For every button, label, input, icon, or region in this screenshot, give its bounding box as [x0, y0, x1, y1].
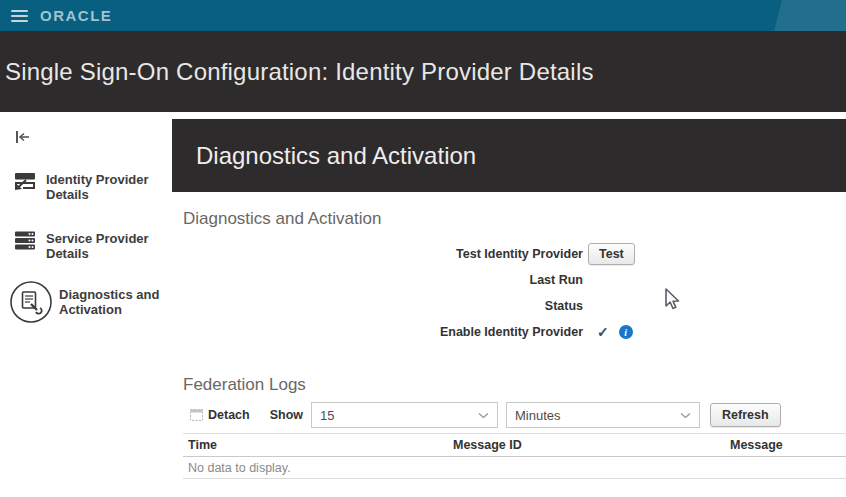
- test-identity-provider-label: Test Identity Provider: [183, 247, 583, 261]
- sidebar-item-label: Identity Provider: [46, 172, 149, 187]
- test-button[interactable]: Test: [588, 243, 635, 265]
- form-row-test-identity-provider: Test Identity Provider Test: [183, 241, 846, 267]
- table-header-row: Time Message ID Message: [183, 434, 846, 457]
- form-row-enable-identity-provider: Enable Identity Provider ✓ i: [183, 319, 846, 345]
- sidebar-item-label: Activation: [59, 302, 122, 317]
- page-title-bar: Single Sign-On Configuration: Identity P…: [0, 31, 846, 112]
- federation-logs-table: Time Message ID Message No data to displ…: [183, 433, 846, 479]
- info-icon[interactable]: i: [619, 325, 633, 339]
- page-title: Single Sign-On Configuration: Identity P…: [0, 58, 594, 86]
- sidebar-item-identity-provider-details[interactable]: Identity Provider Details: [14, 172, 149, 202]
- form-row-status: Status: [183, 293, 846, 319]
- show-label: Show: [270, 408, 303, 422]
- federation-logs-toolbar: Detach Show 15 Minutes: [183, 402, 846, 428]
- chevron-down-icon: [680, 412, 691, 419]
- main-content: Diagnostics and Activation Diagnostics a…: [172, 112, 846, 497]
- application-window: ORACLE Single Sign-On Configuration: Ide…: [0, 0, 846, 497]
- sidebar-item-diagnostics-and-activation[interactable]: Diagnostics and Activation: [9, 280, 159, 324]
- chevron-down-icon: [478, 412, 489, 419]
- detach-label: Detach: [208, 408, 250, 422]
- time-unit-value: Minutes: [515, 408, 561, 423]
- sidebar-item-label: Details: [46, 246, 89, 261]
- column-header-message-id[interactable]: Message ID: [448, 434, 725, 456]
- status-label: Status: [183, 299, 583, 313]
- show-interval-value: 15: [320, 408, 334, 423]
- collapse-sidebar-icon[interactable]: [15, 130, 31, 144]
- last-run-label: Last Run: [183, 273, 583, 287]
- diagnostics-section-heading: Diagnostics and Activation: [183, 209, 846, 229]
- oracle-logo: ORACLE: [40, 7, 112, 24]
- column-header-message[interactable]: Message: [725, 434, 846, 456]
- time-unit-select[interactable]: Minutes: [506, 402, 700, 428]
- section-header-banner: Diagnostics and Activation: [172, 119, 846, 192]
- diagnostics-form: Test Identity Provider Test Last Run Sta…: [183, 241, 846, 345]
- identity-provider-icon: [14, 172, 36, 191]
- sidebar-item-label: Diagnostics and: [59, 287, 159, 302]
- global-header: ORACLE: [0, 0, 846, 31]
- enable-identity-provider-label: Enable Identity Provider: [183, 325, 583, 339]
- sidebar: Identity Provider Details Ser: [0, 112, 172, 497]
- table-empty-message: No data to display.: [183, 457, 846, 479]
- sidebar-item-service-provider-details[interactable]: Service Provider Details: [14, 231, 149, 261]
- sidebar-item-label: Service Provider: [46, 231, 149, 246]
- section-header-title: Diagnostics and Activation: [196, 142, 476, 170]
- form-row-last-run: Last Run: [183, 267, 846, 293]
- federation-logs-heading: Federation Logs: [183, 375, 846, 395]
- detach-icon: [190, 409, 203, 421]
- show-interval-select[interactable]: 15: [311, 402, 498, 428]
- diagnostics-activation-icon: [9, 280, 53, 324]
- service-provider-icon: [14, 231, 36, 250]
- header-decoration: [696, 0, 846, 31]
- sidebar-item-label: Details: [46, 187, 89, 202]
- detach-button[interactable]: Detach: [190, 408, 250, 422]
- enabled-checkmark-icon[interactable]: ✓: [597, 324, 609, 340]
- column-header-time[interactable]: Time: [183, 434, 448, 456]
- refresh-button[interactable]: Refresh: [710, 403, 781, 427]
- hamburger-menu-icon[interactable]: [11, 7, 28, 25]
